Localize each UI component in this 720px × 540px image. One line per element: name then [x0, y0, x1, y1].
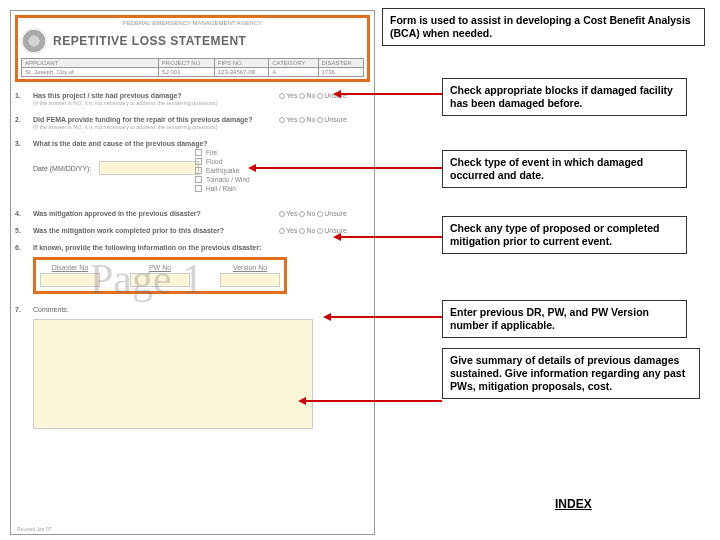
annotation-5: Give summary of details of previous dama…	[442, 348, 700, 399]
form-title: REPETITIVE LOSS STATEMENT	[53, 34, 246, 48]
comments-box[interactable]	[33, 319, 313, 429]
arrow-icon	[340, 236, 442, 238]
fema-logo	[21, 28, 47, 54]
event-checklist: Fire Flood Earthquake Tornado / Wind Hai…	[195, 149, 370, 192]
form-document: FEDERAL EMERGENCY MANAGEMENT AGENCY REPE…	[10, 10, 375, 535]
annotation-2: Check type of event in which damaged occ…	[442, 150, 687, 188]
agency-label: FEDERAL EMERGENCY MANAGEMENT AGENCY	[21, 20, 364, 26]
form-title-highlight: FEDERAL EMERGENCY MANAGEMENT AGENCY REPE…	[15, 15, 370, 82]
header-table: APPLICANT PROJECT NO FIPS NO. CATEGORY D…	[21, 58, 364, 77]
index-link[interactable]: INDEX	[555, 497, 592, 511]
question-7: 7. Comments:	[15, 306, 370, 313]
version-no-input[interactable]	[220, 273, 280, 287]
annotation-1: Check appropriate blocks if damaged faci…	[442, 78, 687, 116]
question-6: 6. If known, provide the following infor…	[15, 244, 370, 251]
arrow-icon	[330, 316, 442, 318]
question-3: 3. What is the date and cause of the pre…	[15, 140, 370, 147]
question-2: 2. Did FEMA provide funding for the repa…	[15, 116, 370, 130]
question-4: 4. Was mitigation approved in the previo…	[15, 210, 370, 217]
annotation-top: Form is used to assist in developing a C…	[382, 8, 705, 46]
revised-label: Revised Jan 07	[17, 526, 51, 532]
question-5: 5. Was the mitigation work completed pri…	[15, 227, 370, 234]
arrow-icon	[340, 93, 442, 95]
pw-no-input[interactable]	[130, 273, 190, 287]
arrow-icon	[255, 167, 442, 169]
annotation-4: Enter previous DR, PW, and PW Version nu…	[442, 300, 687, 338]
previous-disaster-highlight: Disaster No PW No Version No	[33, 257, 287, 294]
disaster-no-input[interactable]	[40, 273, 100, 287]
annotation-3: Check any type of proposed or completed …	[442, 216, 687, 254]
arrow-icon	[305, 400, 442, 402]
date-input[interactable]	[99, 161, 199, 175]
question-1: 1. Has this project / site had previous …	[15, 92, 370, 106]
